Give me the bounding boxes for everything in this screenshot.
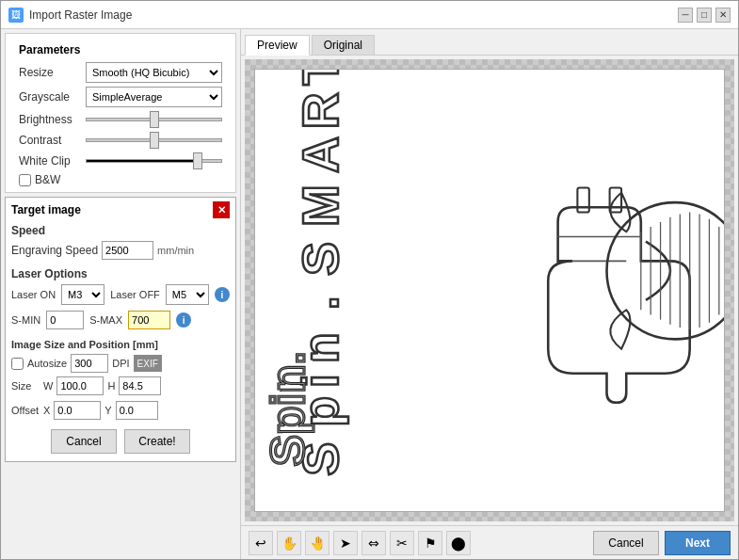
preview-image: S p i n . S M — [254, 69, 725, 512]
minimize-button[interactable]: ─ — [678, 8, 693, 23]
right-panel: Preview Original S — [241, 29, 738, 559]
resize-label: Resize — [19, 66, 80, 79]
s-max-input[interactable] — [128, 311, 170, 329]
target-title: Target image — [11, 203, 81, 216]
svg-text:S: S — [292, 242, 348, 276]
s-min-input[interactable] — [46, 311, 84, 329]
whiteclip-label: White Clip — [19, 154, 80, 168]
contrast-slider[interactable] — [86, 138, 222, 142]
parameters-section: Parameters Resize Smooth (HQ Bicubic) Gr… — [5, 33, 236, 193]
window-icon: 🖼 — [8, 8, 24, 23]
x-label: X — [43, 405, 50, 416]
y-input[interactable] — [116, 401, 158, 420]
w-label: W — [43, 380, 53, 392]
smin-smax-row: S-MIN S-MAX i — [11, 309, 230, 331]
bw-label: B&W — [35, 173, 96, 186]
contrast-row: Contrast — [11, 130, 230, 151]
laser-off-select[interactable]: M5 — [166, 284, 209, 305]
size-label: Size — [11, 380, 40, 392]
height-input[interactable] — [119, 376, 161, 395]
preview-tabs: Preview Original — [241, 29, 738, 56]
maximize-button[interactable]: □ — [697, 8, 712, 23]
s-min-label: S-MIN — [11, 314, 40, 326]
title-controls: ─ □ ✕ — [678, 8, 731, 23]
laser-on-select[interactable]: M3 — [61, 284, 104, 305]
bw-row: B&W — [11, 171, 230, 188]
h-label: H — [107, 380, 115, 392]
bottom-cancel-button[interactable]: Cancel — [593, 531, 659, 555]
grayscale-label: Grayscale — [19, 90, 80, 104]
whiteclip-row: White Clip — [11, 151, 230, 171]
exif-button[interactable]: EXIF — [134, 355, 162, 372]
bottom-buttons: Cancel Next — [593, 531, 731, 555]
undo-icon[interactable]: ↩ — [249, 531, 273, 555]
bottom-next-button[interactable]: Next — [665, 531, 731, 555]
action-buttons: Cancel Create! — [11, 422, 230, 457]
tab-original[interactable]: Original — [312, 35, 375, 55]
size-row: Size W H — [11, 375, 230, 397]
contrast-slider-container — [86, 138, 222, 142]
engraving-speed-label: Engraving Speed — [11, 244, 98, 257]
close-button[interactable]: ✕ — [715, 8, 731, 23]
laser-options-label: Laser Options — [11, 265, 230, 282]
y-label: Y — [104, 405, 111, 416]
width-input[interactable] — [56, 376, 104, 395]
svg-text:R: R — [292, 92, 348, 129]
speed-section-label: Speed — [11, 222, 230, 239]
flag-icon[interactable]: ⚑ — [418, 531, 442, 555]
create-button[interactable]: Create! — [124, 429, 190, 454]
title-bar: 🖼 Import Raster Image ─ □ ✕ — [1, 1, 738, 29]
cancel-button[interactable]: Cancel — [51, 429, 117, 454]
svg-text:T: T — [292, 70, 348, 86]
offset-label: Offset — [11, 405, 40, 416]
circle-icon[interactable]: ⬤ — [446, 531, 471, 555]
x-input[interactable] — [54, 401, 101, 420]
brightness-label: Brightness — [19, 113, 80, 126]
engraving-speed-unit: mm/min — [157, 245, 194, 256]
dpi-label: DPI — [112, 358, 129, 369]
contrast-label: Contrast — [19, 134, 80, 147]
grab-icon[interactable]: 🤚 — [305, 531, 329, 555]
main-window: 🖼 Import Raster Image ─ □ ✕ Parameters R… — [0, 0, 739, 560]
offset-row: Offset X Y — [11, 399, 230, 422]
left-panel: Parameters Resize Smooth (HQ Bicubic) Gr… — [1, 29, 241, 559]
arrow-right-icon[interactable]: ➤ — [333, 531, 358, 555]
resize-select[interactable]: Smooth (HQ Bicubic) — [86, 62, 222, 83]
svg-text:M: M — [292, 184, 348, 227]
autosize-label: Autosize — [27, 358, 67, 369]
target-close-button[interactable]: ✕ — [213, 201, 230, 218]
brightness-slider-container — [86, 118, 222, 121]
preview-area: S p i n . S M — [245, 59, 734, 521]
s-max-label: S-MAX — [89, 314, 122, 326]
engraving-speed-row: Engraving Speed mm/min — [11, 239, 230, 262]
cut-icon[interactable]: ✂ — [390, 531, 414, 555]
hand-icon[interactable]: ✋ — [277, 531, 301, 555]
smax-info-button[interactable]: i — [176, 312, 191, 328]
brightness-row: Brightness — [11, 109, 230, 130]
image-size-label: Image Size and Position [mm] — [11, 337, 230, 352]
bottom-toolbar: ↩ ✋ 🤚 ➤ ⇔ ✂ ⚑ ⬤ Cancel Next — [241, 525, 738, 559]
laser-info-button[interactable]: i — [215, 287, 230, 302]
main-content: Parameters Resize Smooth (HQ Bicubic) Gr… — [1, 29, 738, 559]
whiteclip-slider[interactable] — [86, 159, 222, 163]
grayscale-row: Grayscale SimpleAverage — [11, 85, 230, 109]
tab-preview[interactable]: Preview — [245, 35, 310, 56]
autosize-checkbox[interactable] — [11, 358, 24, 370]
brightness-slider[interactable] — [86, 118, 222, 121]
dpi-input[interactable] — [71, 354, 108, 373]
resize-row: Resize Smooth (HQ Bicubic) — [11, 60, 230, 85]
grayscale-select[interactable]: SimpleAverage — [86, 87, 222, 107]
svg-text:Spin.: Spin. — [262, 352, 314, 467]
target-header: Target image ✕ — [11, 201, 230, 218]
engraving-speed-input[interactable] — [102, 241, 153, 260]
mirror-icon[interactable]: ⇔ — [361, 531, 386, 555]
autosize-row: Autosize DPI EXIF — [11, 352, 230, 375]
svg-text:A: A — [292, 136, 348, 173]
bw-checkbox[interactable] — [19, 174, 31, 186]
laser-on-row: Laser ON M3 Laser OFF M5 i — [11, 282, 230, 307]
parameters-header: Parameters — [11, 38, 230, 60]
whiteclip-slider-container — [86, 159, 222, 163]
target-section: Target image ✕ Speed Engraving Speed mm/… — [5, 197, 236, 462]
preview-svg: S p i n . S M — [255, 70, 724, 511]
laser-on-label: Laser ON — [11, 289, 56, 300]
